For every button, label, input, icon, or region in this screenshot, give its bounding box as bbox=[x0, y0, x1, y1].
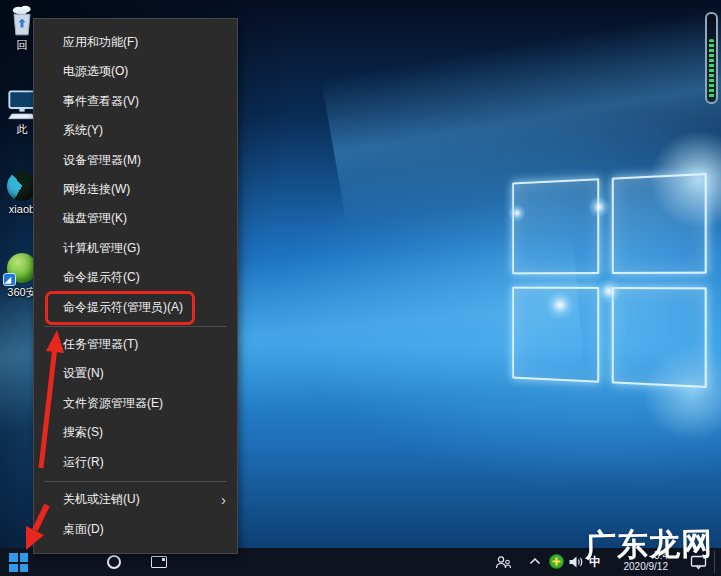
menu-item-network-connections[interactable]: 网络连接(W) bbox=[34, 175, 237, 204]
people-icon[interactable] bbox=[495, 555, 511, 570]
menu-item-file-explorer[interactable]: 文件资源管理器(E) bbox=[34, 389, 237, 418]
start-logo-pane bbox=[9, 553, 18, 562]
menu-item-apps-features[interactable]: 应用和功能(F) bbox=[34, 28, 237, 57]
battery-gauge-widget bbox=[705, 12, 718, 104]
ime-indicator[interactable]: 中 bbox=[589, 554, 601, 571]
menu-item-device-manager[interactable]: 设备管理器(M) bbox=[34, 146, 237, 175]
search-icon[interactable] bbox=[107, 555, 121, 569]
menu-item-desktop[interactable]: 桌面(D) bbox=[34, 515, 237, 544]
logo-pane bbox=[611, 287, 706, 388]
show-desktop-divider[interactable] bbox=[714, 551, 715, 573]
menu-item-settings[interactable]: 设置(N) bbox=[34, 359, 237, 388]
windows-logo-wallpaper bbox=[512, 173, 706, 388]
menu-item-command-prompt[interactable]: 命令提示符(C) bbox=[34, 263, 237, 292]
menu-item-event-viewer[interactable]: 事件查看器(V) bbox=[34, 87, 237, 116]
start-button[interactable] bbox=[9, 553, 28, 572]
submenu-chevron-icon: › bbox=[221, 485, 226, 514]
winx-context-menu: 应用和功能(F) 电源选项(O) 事件查看器(V) 系统(Y) 设备管理器(M)… bbox=[33, 18, 238, 554]
task-view-icon[interactable] bbox=[151, 556, 167, 568]
menu-item-task-manager[interactable]: 任务管理器(T) bbox=[34, 330, 237, 359]
menu-item-computer-management[interactable]: 计算机管理(G) bbox=[34, 234, 237, 263]
menu-item-power-options[interactable]: 电源选项(O) bbox=[34, 57, 237, 86]
menu-item-system[interactable]: 系统(Y) bbox=[34, 116, 237, 145]
start-logo-pane bbox=[20, 553, 29, 562]
browser-overlay-icon bbox=[3, 273, 16, 286]
menu-item-label: 关机或注销(U) bbox=[63, 492, 140, 506]
battery-fill bbox=[709, 39, 714, 99]
tray-expand-chevron-icon[interactable] bbox=[529, 557, 541, 565]
menu-item-run[interactable]: 运行(R) bbox=[34, 448, 237, 477]
logo-pane bbox=[611, 173, 706, 274]
tray-time: 5:4 bbox=[606, 550, 668, 561]
start-logo-pane bbox=[9, 564, 18, 573]
logo-pane bbox=[512, 178, 598, 274]
tray-clock[interactable]: 5:4 2020/9/12 bbox=[606, 550, 668, 572]
tray-date: 2020/9/12 bbox=[606, 561, 668, 572]
360-tray-icon[interactable] bbox=[549, 554, 564, 569]
menu-item-shutdown-signout[interactable]: 关机或注销(U) › bbox=[34, 485, 237, 514]
volume-icon[interactable] bbox=[568, 555, 584, 569]
menu-item-command-prompt-admin[interactable]: 命令提示符(管理员)(A) bbox=[34, 293, 237, 322]
menu-item-search[interactable]: 搜索(S) bbox=[34, 418, 237, 447]
action-center-icon[interactable] bbox=[690, 555, 707, 570]
logo-pane bbox=[512, 287, 598, 383]
menu-item-disk-management[interactable]: 磁盘管理(K) bbox=[34, 204, 237, 233]
start-logo-pane bbox=[20, 564, 29, 573]
